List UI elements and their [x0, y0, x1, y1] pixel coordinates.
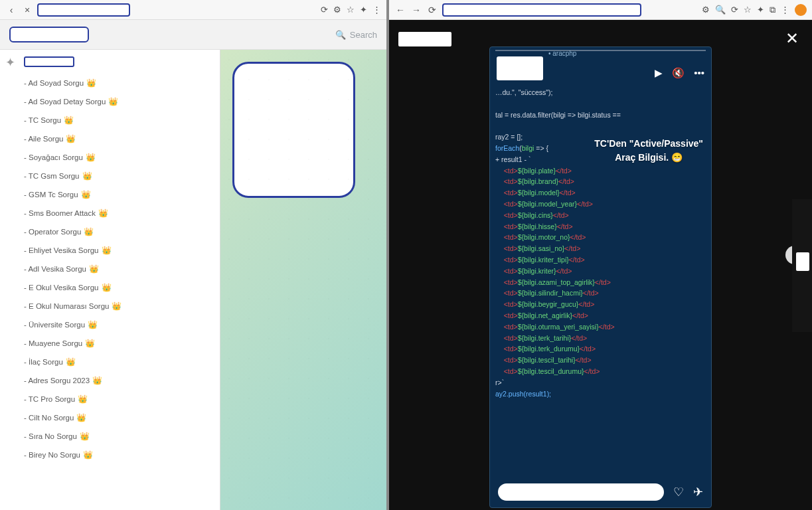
crown-icon: 👑 [98, 209, 108, 218]
menu-item[interactable]: - Ad Soyad Detay Sorgu 👑 [24, 92, 208, 111]
menu-icon[interactable]: ⋮ [781, 5, 789, 15]
menu-item[interactable]: - Üniversite Sorgu 👑 [24, 315, 208, 334]
menu-item[interactable]: - TC Sorgu 👑 [24, 111, 208, 129]
menu-item[interactable]: - Cilt No Sorgu 👑 [24, 408, 208, 427]
message-list[interactable]: ✦ - Ad Soyad Sorgu 👑- Ad Soyad Detay Sor… [0, 50, 220, 510]
menu-item-label: - Ehliyet Vesika Sorgu [24, 246, 99, 254]
menu-item-label: - Üniversite Sorgu [24, 321, 85, 329]
menu-item-label: - TC Sorgu [24, 116, 61, 124]
crown-icon: 👑 [66, 134, 76, 143]
search-icon[interactable]: 🔍 [715, 5, 726, 15]
message-input[interactable] [498, 483, 664, 501]
heart-icon[interactable]: ♡ [673, 485, 684, 499]
menu-item[interactable]: - TC Pro Sorgu 👑 [24, 390, 208, 408]
menu-item-label: - Sıra No Sorgu [24, 432, 77, 440]
crown-icon: 👑 [83, 450, 93, 460]
refresh-icon[interactable]: ⟳ [731, 5, 738, 15]
menu-item[interactable]: - Soyağacı Sorgu 👑 [24, 148, 208, 167]
image-preview[interactable] [232, 62, 355, 198]
menu-item-label: - Sms Boomer Attack [24, 209, 96, 217]
story-progress-bar [495, 50, 706, 51]
crown-icon: 👑 [80, 432, 90, 441]
story-meta: • aracphp [548, 50, 576, 57]
menu-item[interactable]: - Ad Soyad Sorgu 👑 [24, 74, 208, 92]
story-user-box[interactable] [497, 56, 543, 80]
star-icon[interactable]: ☆ [347, 5, 355, 15]
pin-icon: ✦ [5, 55, 15, 70]
menu-item[interactable]: - Aile Sorgu 👑 [24, 129, 208, 148]
crown-icon: 👑 [82, 171, 92, 181]
menu-item-label: - Muayene Sorgu [24, 339, 82, 347]
crown-icon: 👑 [108, 97, 118, 106]
reload-icon[interactable]: ⟳ [426, 4, 438, 16]
address-bar[interactable] [442, 3, 641, 17]
crown-icon: 👑 [86, 153, 96, 162]
panels-icon[interactable]: ⧉ [770, 5, 775, 15]
menu-item[interactable]: - Operator Sorgu 👑 [24, 222, 208, 241]
menu-item[interactable]: - Adres Sorgu 2023 👑 [24, 371, 208, 390]
close-tab-icon[interactable]: × [21, 4, 33, 16]
star-icon[interactable]: ☆ [744, 5, 752, 15]
crown-icon: 👑 [88, 320, 98, 329]
left-browser-window: ‹ × ⟳ ⚙ ☆ ✦ ⋮ 🔍 Search ✦ - Ad Soyad Sorg… [0, 0, 389, 510]
back-icon[interactable]: ← [394, 4, 406, 16]
extensions-icon[interactable]: ✦ [757, 5, 764, 15]
story-controls: ▶ 🔇 ••• [655, 67, 704, 79]
crown-icon: 👑 [84, 227, 94, 236]
address-bar[interactable] [37, 3, 130, 17]
menu-item-label: - Adres Sorgu 2023 [24, 377, 90, 384]
extensions-icon[interactable]: ✦ [360, 5, 367, 15]
search-icon: 🔍 [335, 30, 346, 40]
send-icon[interactable]: ✈ [693, 485, 703, 499]
left-browser-toolbar: ‹ × ⟳ ⚙ ☆ ✦ ⋮ [0, 0, 386, 20]
menu-item[interactable]: - Birey No Sorgu 👑 [24, 446, 208, 464]
gear-icon[interactable]: ⚙ [702, 5, 710, 15]
menu-item-label: - Operator Sorgu [24, 228, 81, 236]
forward-icon[interactable]: → [410, 4, 422, 16]
menu-item-label: - TC Pro Sorgu [24, 395, 75, 403]
menu-item[interactable]: - E Okul Numarası Sorgu 👑 [24, 297, 208, 315]
crown-icon: 👑 [78, 394, 88, 404]
right-browser-window: ← → ⟳ ⚙ 🔍 ⟳ ☆ ✦ ⧉ ⋮ ✕ • aracphp ▶ 🔇 ••• … [389, 0, 812, 510]
menu-item-label: - İlaç Sorgu [24, 358, 63, 366]
menu-item[interactable]: - Ehliyet Vesika Sorgu 👑 [24, 241, 208, 260]
crown-icon: 👑 [112, 301, 122, 311]
page-badge [398, 32, 451, 46]
menu-item-label: - E Okul Vesika Sorgu [24, 284, 99, 292]
menu-item[interactable]: - İlaç Sorgu 👑 [24, 353, 208, 371]
menu-item[interactable]: - E Okul Vesika Sorgu 👑 [24, 278, 208, 297]
menu-icon[interactable]: ⋮ [372, 5, 381, 15]
menu-item[interactable]: - GSM Tc Sorgu 👑 [24, 185, 208, 204]
play-icon[interactable]: ▶ [655, 67, 663, 79]
menu-item[interactable]: - Sıra No Sorgu 👑 [24, 427, 208, 446]
reload-icon[interactable]: ⟳ [321, 5, 328, 15]
crown-icon: 👑 [76, 413, 86, 422]
close-icon[interactable]: ✕ [785, 29, 799, 48]
crown-icon: 👑 [86, 78, 96, 88]
story-viewer: • aracphp ▶ 🔇 ••• TC'Den "Active/Passive… [489, 46, 712, 508]
mute-icon[interactable]: 🔇 [672, 67, 685, 79]
crown-icon: 👑 [64, 116, 74, 125]
search-placeholder: Search [350, 30, 377, 40]
back-icon[interactable]: ‹ [5, 4, 17, 16]
settings-icon[interactable]: ⚙ [333, 5, 341, 15]
menu-item[interactable]: - Adl Vesika Sorgu 👑 [24, 260, 208, 278]
menu-item[interactable]: - Sms Boomer Attack 👑 [24, 204, 208, 222]
crown-icon: 👑 [102, 283, 112, 292]
menu-item-label: - E Okul Numarası Sorgu [24, 302, 109, 310]
extension-icons: ⟳ ⚙ ☆ ✦ ⋮ [321, 5, 381, 15]
right-browser-toolbar: ← → ⟳ ⚙ 🔍 ⟳ ☆ ✦ ⧉ ⋮ [389, 0, 812, 20]
chat-title-box[interactable] [9, 27, 89, 42]
crown-icon: 👑 [81, 190, 91, 199]
more-icon[interactable]: ••• [694, 67, 704, 79]
menu-item[interactable]: - Muayene Sorgu 👑 [24, 334, 208, 353]
menu-item-label: - GSM Tc Sorgu [24, 191, 78, 199]
menu-item-label: - Birey No Sorgu [24, 451, 80, 459]
crown-icon: 👑 [89, 264, 99, 274]
menu-item-label: - TC Gsm Sorgu [24, 172, 80, 180]
bot-name-box [24, 56, 74, 67]
menu-item[interactable]: - TC Gsm Sorgu 👑 [24, 167, 208, 185]
menu-item-label: - Soyağacı Sorgu [24, 153, 83, 161]
profile-avatar[interactable] [795, 4, 807, 16]
search-box[interactable]: 🔍 Search [335, 30, 377, 40]
